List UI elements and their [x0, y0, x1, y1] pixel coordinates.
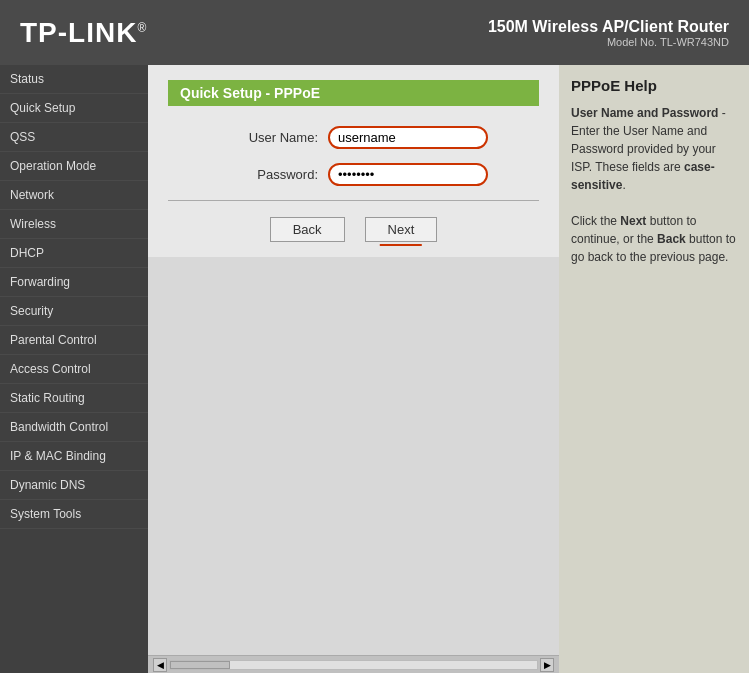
username-row: User Name:: [168, 126, 539, 149]
form-section: Quick Setup - PPPoE User Name: Password:…: [148, 65, 559, 257]
scroll-left-arrow[interactable]: ◀: [153, 658, 167, 672]
sidebar-item-parental-control[interactable]: Parental Control: [0, 326, 148, 355]
logo-text: TP-LINK: [20, 17, 137, 48]
sidebar-item-qss[interactable]: QSS: [0, 123, 148, 152]
logo: TP-LINK®: [20, 17, 147, 49]
help-text-bold4: Back: [657, 232, 686, 246]
help-text-bold2: case-sensitive: [571, 160, 715, 192]
sidebar-item-wireless[interactable]: Wireless: [0, 210, 148, 239]
scroll-track[interactable]: [169, 660, 538, 670]
main-panel: Quick Setup - PPPoE User Name: Password:…: [148, 65, 559, 673]
help-text-bold1: User Name and Password: [571, 106, 718, 120]
header-product-info: 150M Wireless AP/Client Router Model No.…: [488, 18, 729, 48]
header: TP-LINK® 150M Wireless AP/Client Router …: [0, 0, 749, 65]
next-button[interactable]: Next: [365, 217, 438, 242]
sidebar: Status Quick Setup QSS Operation Mode Ne…: [0, 65, 148, 673]
username-input[interactable]: [328, 126, 488, 149]
password-input[interactable]: [328, 163, 488, 186]
sidebar-item-access-control[interactable]: Access Control: [0, 355, 148, 384]
help-text-bold3: Next: [620, 214, 646, 228]
help-title: PPPoE Help: [571, 77, 737, 94]
scroll-right-arrow[interactable]: ▶: [540, 658, 554, 672]
main-layout: Status Quick Setup QSS Operation Mode Ne…: [0, 65, 749, 673]
sidebar-item-dynamic-dns[interactable]: Dynamic DNS: [0, 471, 148, 500]
sidebar-item-security[interactable]: Security: [0, 297, 148, 326]
sidebar-item-dhcp[interactable]: DHCP: [0, 239, 148, 268]
divider: [168, 200, 539, 201]
sidebar-item-bandwidth-control[interactable]: Bandwidth Control: [0, 413, 148, 442]
sidebar-item-static-routing[interactable]: Static Routing: [0, 384, 148, 413]
sidebar-item-forwarding[interactable]: Forwarding: [0, 268, 148, 297]
sidebar-item-ip-mac-binding[interactable]: IP & MAC Binding: [0, 442, 148, 471]
content-area: Quick Setup - PPPoE User Name: Password:…: [148, 65, 749, 673]
logo-trademark: ®: [137, 20, 147, 34]
sidebar-item-operation-mode[interactable]: Operation Mode: [0, 152, 148, 181]
bottom-scrollbar: ◀ ▶: [148, 655, 559, 673]
sidebar-item-network[interactable]: Network: [0, 181, 148, 210]
sidebar-item-status[interactable]: Status: [0, 65, 148, 94]
username-label: User Name:: [208, 130, 328, 145]
password-label: Password:: [208, 167, 328, 182]
sidebar-item-system-tools[interactable]: System Tools: [0, 500, 148, 529]
help-text: User Name and Password - Enter the User …: [571, 104, 737, 266]
help-panel: PPPoE Help User Name and Password - Ente…: [559, 65, 749, 673]
sidebar-item-quick-setup[interactable]: Quick Setup: [0, 94, 148, 123]
product-name: 150M Wireless AP/Client Router: [488, 18, 729, 36]
password-row: Password:: [168, 163, 539, 186]
scroll-thumb[interactable]: [170, 661, 230, 669]
section-title: Quick Setup - PPPoE: [168, 80, 539, 106]
back-button[interactable]: Back: [270, 217, 345, 242]
model-name: Model No. TL-WR743ND: [488, 36, 729, 48]
button-row: Back Next: [168, 217, 539, 242]
